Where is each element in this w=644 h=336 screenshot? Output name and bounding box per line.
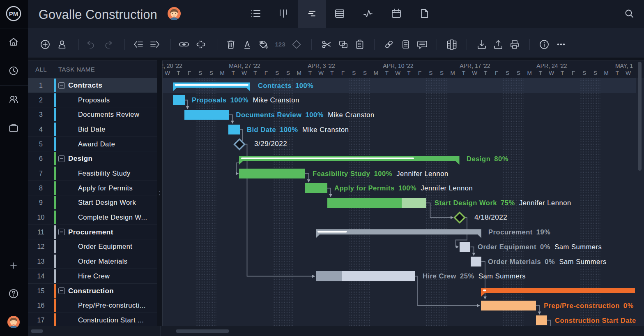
svg-text:123: 123 xyxy=(275,41,285,48)
svg-text:PM: PM xyxy=(9,10,18,17)
